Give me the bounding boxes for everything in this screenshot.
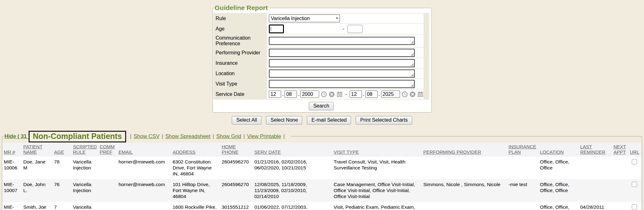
- age-to-input[interactable]: [347, 25, 363, 33]
- column-header[interactable]: EMAIL: [117, 143, 171, 157]
- column-header[interactable]: PATIENTNAME: [22, 143, 53, 157]
- row-select-checkbox[interactable]: [632, 159, 637, 164]
- insurance-label: Insurance: [214, 58, 267, 68]
- clock-icon[interactable]: [321, 91, 327, 97]
- column-header[interactable]: VISIT TYPE: [332, 143, 422, 157]
- clear-icon[interactable]: [409, 91, 416, 97]
- table-cell: 1600 Rockville Pike, Rockville MD, 55555: [171, 202, 220, 210]
- table-cell: Office, Office, Office, Office: [538, 202, 579, 210]
- email-selected-button[interactable]: E-mail Selected: [307, 116, 351, 124]
- clock-icon[interactable]: [402, 91, 408, 97]
- clear-icon[interactable]: [329, 91, 335, 97]
- communication-preference-row: Communication Preference: [214, 35, 424, 47]
- column-header[interactable]: SERV DATE: [253, 143, 332, 157]
- table-cell: [507, 157, 538, 179]
- table-row: MIE-10061Smith, Joe7Varicella Injection1…: [2, 202, 641, 210]
- show-spreadsheet-link[interactable]: Show Spreadsheet: [165, 133, 211, 140]
- table-cell: Simmons, Nicole , Simmons, Nicole: [422, 179, 507, 202]
- table-cell: 6302 Constitution Drive, Fort Wayne IN, …: [171, 157, 220, 179]
- table-cell: 2604596270: [220, 157, 253, 179]
- results-section: Hide ( 31 ) Non-Compliant Patients | Sho…: [2, 131, 642, 210]
- row-select-checkbox[interactable]: [632, 204, 637, 210]
- row-select-checkbox[interactable]: [632, 182, 637, 187]
- insurance-input[interactable]: [269, 59, 415, 67]
- column-header[interactable]: INSURANCEPLAN: [507, 143, 538, 157]
- guideline-report-page: Guideline Report Rule Varicella Injectio…: [0, 0, 644, 210]
- service-date-from-day-input[interactable]: [285, 91, 297, 98]
- service-date-label: Service Date: [214, 89, 267, 99]
- link-separator: |: [130, 133, 131, 140]
- column-header[interactable]: HOMEPHONE: [220, 143, 253, 157]
- table-cell: Visit, Pediatric Exam, Pediatric Exam, P…: [332, 202, 422, 210]
- performing-provider-label: Performing Provider: [214, 48, 267, 58]
- view-printable-link[interactable]: View Printable: [247, 133, 281, 140]
- service-date-row: Service Date - -: [214, 89, 424, 99]
- column-header[interactable]: AGE: [53, 143, 71, 157]
- table-cell: [98, 157, 117, 179]
- hide-link[interactable]: Hide ( 31 ): [4, 133, 30, 140]
- link-separator: |: [162, 133, 163, 140]
- calendar-icon[interactable]: [336, 91, 343, 97]
- visit-type-input[interactable]: [269, 80, 415, 88]
- table-cell: -mie test: [507, 179, 538, 202]
- performing-provider-input[interactable]: [269, 49, 415, 57]
- results-table: MR #PATIENTNAMEAGESCRIPTEDRULECOMMPREFEM…: [2, 143, 641, 210]
- url-cell: [628, 179, 641, 202]
- results-legend: Hide ( 31 ) Non-Compliant Patients | Sho…: [3, 131, 291, 142]
- results-header-row: MR #PATIENTNAMEAGESCRIPTEDRULECOMMPREFEM…: [2, 143, 641, 157]
- results-title: Non-Compliant Patients: [29, 131, 126, 142]
- column-header[interactable]: COMMPREF: [98, 143, 117, 157]
- table-row: MIE-10007Doe, John L.76Varicella Injecti…: [2, 179, 641, 202]
- communication-preference-input[interactable]: [269, 37, 415, 45]
- age-from-input[interactable]: [269, 25, 284, 33]
- service-date-to-month-input[interactable]: [350, 91, 362, 98]
- search-button[interactable]: Search: [309, 102, 334, 110]
- table-cell: 101 Hilltop Drive, Fort Wayne IN, 46804: [171, 179, 220, 202]
- column-header[interactable]: PERFORMING PROVIDER: [422, 143, 507, 157]
- table-cell: Doe, John L.: [22, 179, 53, 202]
- column-header[interactable]: LASTREMINDER: [579, 143, 612, 157]
- url-cell: [628, 157, 641, 179]
- table-cell: 01/21/2016, 02/02/2016, 06/02/2020, 10/2…: [253, 157, 332, 179]
- table-cell: 2604596270: [220, 179, 253, 202]
- select-all-button[interactable]: Select All: [232, 116, 261, 124]
- table-cell: 76: [53, 179, 71, 202]
- column-header[interactable]: NEXTAPPT: [612, 143, 628, 157]
- table-cell: [579, 179, 612, 202]
- select-none-button[interactable]: Select None: [266, 116, 302, 124]
- service-date-to-day-input[interactable]: [365, 91, 378, 98]
- table-cell: MIE-10006: [2, 157, 22, 179]
- column-header[interactable]: ADDRESS: [171, 143, 220, 157]
- table-cell: Office, Office, Office, Office: [538, 179, 579, 202]
- table-cell: horner@mieweb.com: [117, 157, 171, 179]
- table-cell: 3015551212: [220, 202, 253, 210]
- service-date-to-year-input[interactable]: [381, 91, 400, 98]
- table-cell: [612, 202, 628, 210]
- date-part-separator: -: [298, 92, 299, 98]
- age-label: Age: [214, 24, 267, 34]
- calendar-icon[interactable]: [417, 91, 424, 97]
- column-header[interactable]: LOCATION: [538, 143, 579, 157]
- table-cell: [98, 202, 117, 210]
- service-date-from-year-input[interactable]: [300, 91, 319, 98]
- column-header[interactable]: SCRIPTEDRULE: [71, 143, 98, 157]
- print-selected-charts-button[interactable]: Print Selected Charts: [356, 116, 412, 124]
- show-csv-link[interactable]: Show CSV: [134, 133, 159, 140]
- table-cell: Travel Consult, Visit, Visit, Health Sur…: [332, 157, 422, 179]
- table-cell: [507, 202, 538, 210]
- table-cell: [117, 202, 171, 210]
- insurance-row: Insurance: [214, 58, 424, 68]
- service-date-from-month-input[interactable]: [269, 91, 281, 98]
- link-separator: |: [283, 133, 285, 140]
- rule-select[interactable]: Varicella Injection: [269, 14, 340, 22]
- date-range-separator: -: [345, 91, 347, 97]
- panel-legend: Guideline Report: [214, 4, 270, 12]
- show-grid-link[interactable]: Show Grid: [216, 133, 241, 140]
- column-header[interactable]: MR #: [2, 143, 22, 157]
- table-cell: Office, Office, Office: [538, 157, 579, 179]
- column-header[interactable]: URL: [628, 143, 641, 157]
- location-input[interactable]: [269, 69, 415, 78]
- table-cell: [612, 157, 628, 179]
- table-cell: MIE-10007: [2, 179, 22, 202]
- table-cell: Doe, Jane M: [22, 157, 53, 179]
